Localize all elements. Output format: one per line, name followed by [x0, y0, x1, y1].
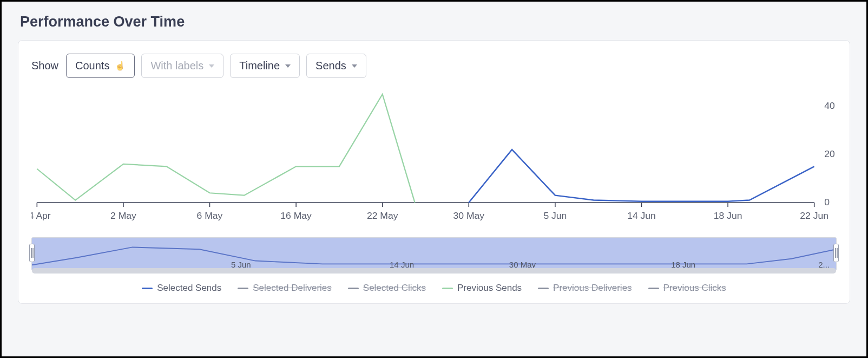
with-labels-dropdown[interactable]: With labels — [141, 54, 223, 78]
navigator-handle-right[interactable] — [833, 244, 839, 262]
sends-dropdown[interactable]: Sends — [306, 54, 366, 78]
svg-text:20: 20 — [824, 148, 835, 159]
legend-item[interactable]: Selected Sends — [142, 283, 221, 294]
svg-text:24 Apr: 24 Apr — [31, 210, 51, 221]
cursor-icon: ☝ — [115, 61, 126, 71]
legend-item[interactable]: Previous Clicks — [648, 283, 726, 294]
legend-swatch — [238, 288, 248, 289]
legend-item[interactable]: Previous Sends — [442, 283, 522, 294]
svg-text:0: 0 — [824, 197, 830, 207]
chart-legend: Selected SendsSelected DeliveriesSelecte… — [31, 283, 837, 294]
legend-swatch — [648, 288, 659, 289]
chevron-down-icon — [285, 64, 291, 68]
navigator-svg — [32, 238, 836, 270]
legend-label: Selected Deliveries — [253, 283, 332, 294]
navigator-handle-left[interactable] — [29, 244, 35, 262]
legend-label: Selected Clicks — [363, 283, 426, 294]
svg-text:30 May: 30 May — [453, 210, 485, 221]
chevron-down-icon — [209, 64, 214, 68]
show-label: Show — [31, 60, 58, 72]
page-title: Performance Over Time — [20, 14, 848, 30]
legend-swatch — [142, 288, 153, 289]
timeline-dropdown-label: Timeline — [239, 60, 280, 72]
legend-swatch — [538, 288, 549, 289]
legend-item[interactable]: Selected Deliveries — [238, 283, 332, 294]
svg-text:22 Jun: 22 Jun — [800, 210, 828, 221]
legend-swatch — [442, 288, 453, 289]
svg-text:14 Jun: 14 Jun — [627, 210, 656, 221]
counts-dropdown[interactable]: Counts ☝ — [66, 54, 135, 78]
svg-text:5 Jun: 5 Jun — [543, 210, 567, 221]
svg-text:16 May: 16 May — [280, 210, 312, 221]
svg-text:6 May: 6 May — [197, 210, 223, 221]
with-labels-dropdown-label: With labels — [150, 60, 203, 72]
chevron-down-icon — [352, 64, 357, 68]
legend-item[interactable]: Previous Deliveries — [538, 283, 632, 294]
chart-card: Show Counts ☝ With labels Timeline Sends… — [18, 40, 850, 304]
legend-item[interactable]: Selected Clicks — [348, 283, 426, 294]
performance-panel: Performance Over Time Show Counts ☝ With… — [0, 0, 868, 358]
sends-dropdown-label: Sends — [315, 60, 346, 72]
main-chart[interactable]: 24 Apr2 May6 May16 May22 May30 May5 Jun1… — [31, 89, 837, 230]
svg-text:22 May: 22 May — [367, 210, 398, 221]
svg-text:18 Jun: 18 Jun — [714, 210, 742, 221]
legend-label: Selected Sends — [157, 283, 221, 294]
legend-swatch — [348, 288, 359, 289]
navigator-track[interactable] — [32, 268, 836, 274]
legend-label: Previous Sends — [457, 283, 522, 294]
svg-text:2 May: 2 May — [110, 210, 136, 221]
legend-label: Previous Clicks — [663, 283, 726, 294]
legend-label: Previous Deliveries — [553, 283, 632, 294]
chart-navigator[interactable]: 5 Jun14 Jun30 May18 Jun2... — [31, 237, 837, 271]
chart-toolbar: Show Counts ☝ With labels Timeline Sends — [31, 54, 837, 78]
counts-dropdown-label: Counts — [75, 60, 109, 72]
chart-svg: 24 Apr2 May6 May16 May22 May30 May5 Jun1… — [31, 89, 837, 230]
svg-text:40: 40 — [824, 100, 835, 111]
timeline-dropdown[interactable]: Timeline — [230, 54, 300, 78]
